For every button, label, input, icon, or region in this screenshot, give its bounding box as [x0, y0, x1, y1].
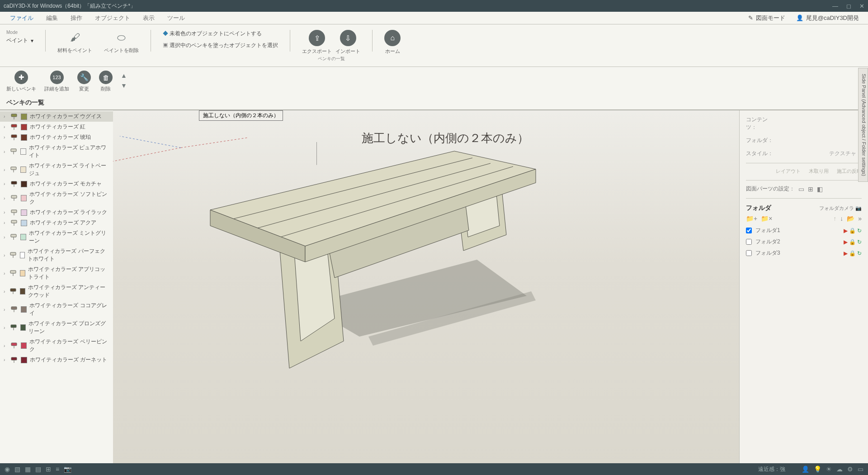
maximize-button[interactable]: ◻	[846, 3, 851, 10]
folder-down-icon[interactable]: ↓	[840, 215, 843, 222]
paint-item[interactable]: ›ホワイティカラーズ ガーネット	[0, 355, 113, 365]
paint-item[interactable]: ›ホワイティカラーズ パーフェクトホワイト	[0, 246, 113, 264]
parts-icon-1[interactable]: ▭	[798, 185, 804, 193]
folder-row[interactable]: フォルダ1▶🔒↻	[746, 225, 862, 236]
roller-icon	[11, 357, 18, 363]
folder-camera-button[interactable]: フォルダカメラ 📷	[819, 205, 862, 212]
paint-item[interactable]: ›ホワイティカラーズ ブロンズグリーン	[0, 318, 113, 337]
chevron-right-icon: ›	[4, 271, 7, 276]
color-swatch	[20, 324, 26, 331]
play-icon[interactable]: ▶	[844, 250, 848, 256]
move-down-button[interactable]: ▼	[121, 82, 127, 89]
color-swatch	[21, 220, 27, 226]
right-panel: コンテンツ： フォルダ：› スタイル：テクスチャ： レイアウト 木取り用 施工の…	[739, 110, 868, 475]
import-button[interactable]: ⇩ インポート	[335, 30, 360, 55]
paint-item[interactable]: ›ホワイティカラーズ ライラック	[0, 207, 113, 218]
refresh-icon[interactable]: ↻	[857, 228, 862, 234]
folder-up-icon[interactable]: ↑	[833, 215, 836, 222]
lock-icon[interactable]: 🔒	[849, 250, 856, 256]
drawing-mode-toggle[interactable]: ✎ 図面モード	[743, 14, 791, 22]
paint-item[interactable]: ›ホワイティカラーズ ソフトピンク	[0, 189, 113, 207]
roller-icon	[11, 220, 18, 226]
lock-icon[interactable]: 🔒	[849, 239, 856, 245]
play-icon[interactable]: ▶	[844, 228, 848, 234]
paint-item[interactable]: ›ホワイティカラーズ ベリーピンク	[0, 337, 113, 355]
paint-item[interactable]: ›ホワイティカラーズ モカチャ	[0, 179, 113, 189]
paint-item-label: ホワイティカラーズ アクア	[30, 219, 96, 227]
export-button[interactable]: ⇪ エクスポート	[302, 30, 332, 55]
status-grid-icon[interactable]: ⊞	[46, 466, 51, 473]
status-cube-3-icon[interactable]: ▦	[25, 466, 31, 473]
add-detail-button[interactable]: 123 詳細を追加	[44, 71, 69, 92]
status-sun-icon[interactable]: ☀	[826, 466, 832, 473]
svg-rect-8	[11, 167, 16, 170]
folder-checkbox[interactable]	[746, 239, 752, 245]
paint-item[interactable]: ›ホワイティカラーズ アンティークウッド	[0, 282, 113, 300]
play-icon[interactable]: ▶	[844, 239, 848, 245]
folder-del-icon[interactable]: 📁×	[761, 215, 772, 222]
status-help-icon[interactable]: ▭	[858, 466, 863, 473]
paint-item[interactable]: ›ホワイティカラーズ 紅	[0, 122, 113, 132]
home-button[interactable]: ⌂ ホーム	[384, 30, 401, 55]
drawing-parts-label: 図面パーツの設定：	[746, 185, 795, 193]
status-person-icon[interactable]: 👤	[802, 466, 809, 473]
new-paint-button[interactable]: ✚ 新しいペンキ	[6, 71, 36, 92]
user-display[interactable]: 👤 尾見@caDIY3D開発	[791, 14, 864, 22]
status-bulb-icon[interactable]: 💡	[814, 466, 821, 473]
lock-icon[interactable]: 🔒	[849, 228, 856, 234]
paint-option-select-painted[interactable]: ▣ 選択中のペンキを塗ったオブジェクトを選択	[163, 42, 278, 49]
folder-checkbox[interactable]	[746, 228, 752, 233]
paint-item[interactable]: ›ホワイティカラーズ 琥珀	[0, 132, 113, 142]
paint-item[interactable]: ›ホワイティカラーズ ミントグリーン	[0, 228, 113, 246]
paint-item[interactable]: ›ホワイティカラーズ アプリコットライト	[0, 264, 113, 282]
viewport-3d[interactable]: 施工しない（内側の２本のみ） 施工しない（内側の２本のみ）	[113, 110, 739, 475]
change-button[interactable]: 🔧 変更	[77, 71, 91, 92]
menu-edit[interactable]: 編集	[40, 14, 64, 22]
folder-add-icon[interactable]: 📁+	[746, 215, 757, 222]
menu-tools[interactable]: ツール	[161, 14, 191, 22]
paint-option-unpainted[interactable]: ◆ 未着色のオブジェクトにペイントする	[163, 30, 278, 38]
svg-rect-26	[11, 307, 17, 309]
paint-item-label: ホワイティカラーズ ピュアホワイト	[29, 144, 109, 159]
menu-object[interactable]: オブジェクト	[89, 14, 137, 22]
paint-item[interactable]: ›ホワイティカラーズ ピュアホワイト	[0, 142, 113, 161]
refresh-icon[interactable]: ↻	[857, 250, 862, 256]
mode-selector[interactable]: Mode ペイント▾	[6, 30, 33, 44]
menu-view[interactable]: 表示	[137, 14, 161, 22]
status-ruler-icon[interactable]: ≡	[56, 466, 59, 473]
side-panel-tab[interactable]: Side Panel (Advanced object / Folder set…	[858, 68, 868, 182]
delete-button[interactable]: 🗑 削除	[99, 71, 113, 92]
paint-item[interactable]: ›ホワイティカラーズ ライトベージュ	[0, 161, 113, 179]
minimize-button[interactable]: —	[832, 3, 838, 10]
status-camera-icon[interactable]: 📷	[64, 466, 71, 473]
folder-row[interactable]: フォルダ3▶🔒↻	[746, 247, 862, 259]
status-gear-icon[interactable]: ⚙	[847, 466, 853, 473]
paint-remove-button[interactable]: ⬭ ペイントを削除	[104, 30, 139, 54]
roller-icon	[11, 124, 18, 130]
menu-operate[interactable]: 操作	[64, 14, 89, 22]
folder-row[interactable]: フォルダ2▶🔒↻	[746, 236, 862, 247]
parts-icon-3[interactable]: ◧	[817, 185, 823, 193]
status-cloud-icon[interactable]: ☁	[836, 466, 843, 473]
parts-icon-2[interactable]: ⊞	[808, 185, 813, 193]
status-cube-1-icon[interactable]: ◉	[5, 466, 10, 473]
move-up-button[interactable]: ▲	[121, 72, 127, 79]
folder-open-icon[interactable]: 📂	[847, 215, 854, 222]
paint-material-button[interactable]: 🖌 材料をペイント	[57, 30, 92, 54]
status-cube-2-icon[interactable]: ▧	[14, 466, 20, 473]
status-cube-4-icon[interactable]: ▤	[35, 466, 41, 473]
paint-item[interactable]: ›ホワイティカラーズ ウグイス	[0, 111, 113, 122]
folder-chev-icon[interactable]: »	[858, 215, 862, 222]
app-title: caDIY3D-X for Windows（64bit）「組み立てベンチ*」	[4, 2, 136, 10]
close-button[interactable]: ✕	[859, 3, 864, 10]
svg-rect-10	[11, 181, 17, 184]
refresh-icon[interactable]: ↻	[857, 239, 862, 245]
roller-icon	[11, 342, 18, 349]
menu-file[interactable]: ファイル	[4, 14, 40, 22]
paint-item[interactable]: ›ホワイティカラーズ アクア	[0, 218, 113, 228]
folder-checkbox[interactable]	[746, 250, 752, 256]
svg-rect-2	[11, 124, 17, 127]
paint-item[interactable]: ›ホワイティカラーズ ココアグレイ	[0, 300, 113, 318]
color-swatch	[21, 134, 27, 141]
folder-label: フォルダ：	[746, 137, 778, 144]
